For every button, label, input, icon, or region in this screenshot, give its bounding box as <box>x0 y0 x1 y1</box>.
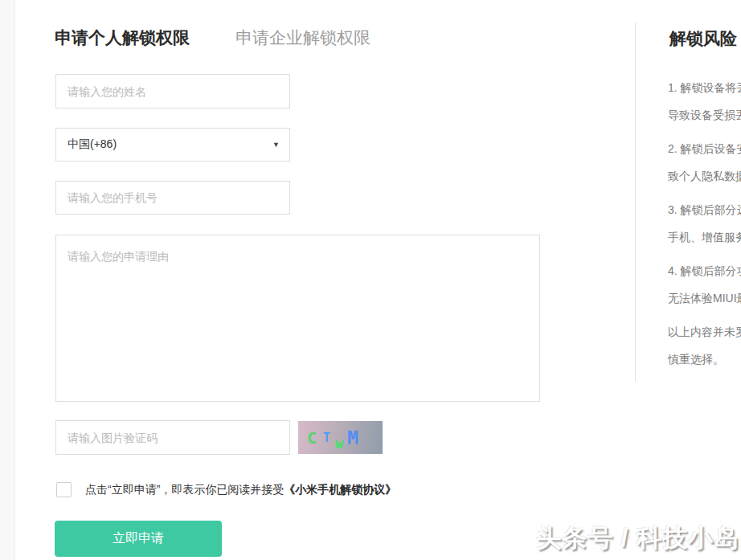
watermark: 头条号 / 科技小岛 <box>536 521 739 555</box>
captcha-input[interactable] <box>55 420 290 455</box>
phone-input[interactable] <box>55 181 290 215</box>
country-code-select[interactable]: 中国(+86) ▼ <box>55 128 290 161</box>
risk-note: 以上内容并未罗 慎重选择。 <box>668 318 741 373</box>
country-code-selected: 中国(+86) <box>68 137 117 152</box>
captcha-letter: T <box>323 431 330 445</box>
vertical-divider <box>635 22 636 382</box>
tab-personal-unlock[interactable]: 申请个人解锁权限 <box>55 27 190 49</box>
risk-item: 4. 解锁后部分功 无法体验MIUI最 <box>668 257 741 312</box>
chevron-down-icon: ▼ <box>272 141 280 149</box>
risk-panel-title: 解锁风险 <box>669 27 737 50</box>
captcha-image[interactable]: C T w M <box>298 421 383 454</box>
agreement-prefix: 点击“立即申请”，即表示你已阅读并接受 <box>85 483 284 496</box>
agreement-checkbox[interactable] <box>56 482 72 497</box>
risk-item: 2. 解锁后设备安 致个人隐私数据 <box>668 135 741 190</box>
risk-item: 3. 解锁后部分远 手机、增值服务 <box>668 196 741 251</box>
unlock-agreement-link[interactable]: 《小米手机解锁协议》 <box>284 483 396 496</box>
risk-item: 1. 解锁设备将丢 导致设备受损丢 <box>668 74 741 129</box>
captcha-letter: C <box>307 428 317 448</box>
captcha-letter: M <box>347 427 358 448</box>
left-gutter <box>0 0 15 560</box>
tab-enterprise-unlock[interactable]: 申请企业解锁权限 <box>235 27 370 49</box>
captcha-letter: w <box>335 435 343 452</box>
risk-panel: 1. 解锁设备将丢 导致设备受损丢 2. 解锁后设备安 致个人隐私数据 3. 解… <box>668 74 741 379</box>
reason-textarea[interactable] <box>55 235 540 402</box>
agreement-row: 点击“立即申请”，即表示你已阅读并接受《小米手机解锁协议》 <box>56 482 396 497</box>
name-input[interactable] <box>55 74 290 108</box>
unlock-tabs: 申请个人解锁权限 申请企业解锁权限 <box>55 27 370 49</box>
agreement-text: 点击“立即申请”，即表示你已阅读并接受《小米手机解锁协议》 <box>85 483 396 497</box>
submit-button[interactable]: 立即申请 <box>55 521 222 557</box>
